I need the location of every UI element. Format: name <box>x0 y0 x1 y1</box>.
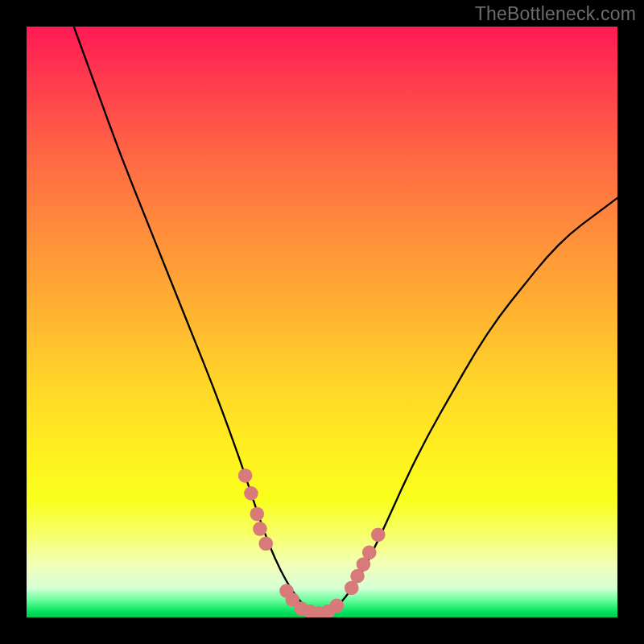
marker-dot <box>238 469 253 483</box>
chart-frame: TheBottleneck.com <box>0 0 644 644</box>
marker-dot <box>371 527 386 542</box>
marker-dot <box>258 536 273 551</box>
watermark-text: TheBottleneck.com <box>475 3 636 25</box>
curve-markers <box>27 27 617 617</box>
marker-dot <box>250 507 264 522</box>
marker-dot <box>330 599 345 613</box>
marker-dot <box>244 486 258 501</box>
marker-dot <box>253 522 267 536</box>
marker-dot <box>362 545 377 559</box>
